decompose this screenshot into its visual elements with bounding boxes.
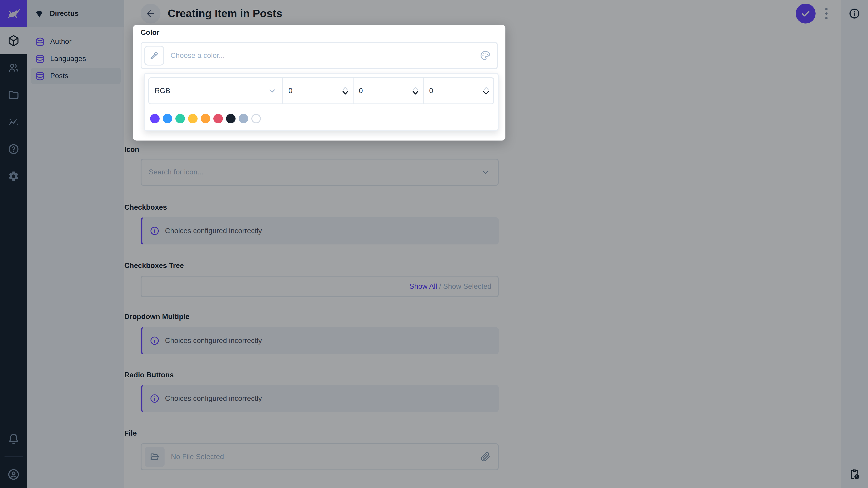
- stepper-down-icon[interactable]: [483, 90, 490, 95]
- color-swatch[interactable]: [188, 114, 197, 123]
- color-input-placeholder: Choose a color...: [170, 52, 225, 60]
- channel-g-cell: [353, 78, 424, 103]
- stepper-up-icon[interactable]: [342, 86, 348, 90]
- color-swatch[interactable]: [163, 114, 172, 123]
- directus-app: Directus Author: [0, 0, 868, 488]
- stepper-up-icon[interactable]: [483, 86, 489, 90]
- color-swatch[interactable]: [239, 114, 248, 123]
- channel-b-steppers: [483, 86, 490, 95]
- chevron-down-icon: [268, 86, 277, 95]
- channel-b-cell: [424, 78, 493, 103]
- preset-swatches: [145, 108, 498, 123]
- color-swatch[interactable]: [226, 114, 236, 123]
- color-picker-menu: RGB: [144, 73, 499, 131]
- color-mode-value: RGB: [155, 87, 170, 95]
- stepper-up-icon[interactable]: [413, 86, 418, 90]
- palette-icon[interactable]: [480, 50, 491, 61]
- color-field-popup: Color Choose a color...: [133, 25, 505, 140]
- color-swatch[interactable]: [176, 114, 185, 123]
- color-swatch[interactable]: [251, 114, 261, 123]
- eyedropper-button[interactable]: [144, 46, 164, 66]
- stepper-down-icon[interactable]: [412, 90, 419, 95]
- channel-r-cell: [283, 78, 353, 103]
- color-value-row: RGB: [148, 77, 494, 104]
- color-swatch[interactable]: [213, 114, 223, 123]
- channel-r-steppers: [342, 86, 349, 95]
- color-input[interactable]: Choose a color...: [141, 42, 498, 69]
- color-mode-select[interactable]: RGB: [149, 78, 283, 103]
- stepper-down-icon[interactable]: [342, 90, 349, 95]
- channel-g-input[interactable]: [359, 87, 412, 95]
- field-label-color: Color: [141, 29, 160, 37]
- channel-g-steppers: [412, 86, 419, 95]
- channel-r-input[interactable]: [288, 87, 342, 95]
- eyedropper-icon: [149, 51, 159, 61]
- color-swatch[interactable]: [150, 114, 160, 123]
- channel-b-input[interactable]: [429, 87, 483, 95]
- color-swatch[interactable]: [201, 114, 210, 123]
